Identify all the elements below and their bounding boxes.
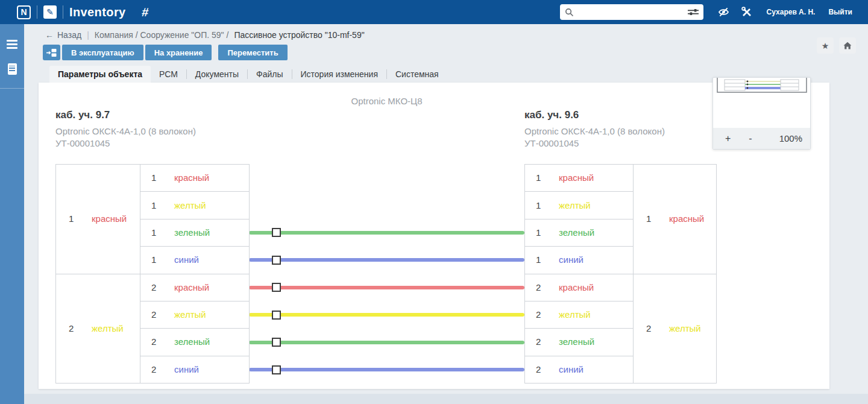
divider: [63, 5, 63, 19]
fiber-cell[interactable]: 1зеленый: [140, 219, 250, 246]
fiber-color-label: зеленый: [559, 227, 594, 238]
content-panel: Optronic МКО-Ц8 каб. уч. 9.7 Optronic ОК…: [39, 83, 829, 389]
top-bar: N ✎ Inventory # Сухарев А. Н. Выйти: [0, 0, 868, 24]
fiber-group-cell[interactable]: 2желтый: [56, 274, 140, 383]
fiber-cell[interactable]: 1красный: [140, 165, 250, 192]
to-storage-button[interactable]: На хранение: [145, 45, 212, 60]
divider: [37, 5, 37, 19]
fiber-cell[interactable]: 2синий: [140, 356, 250, 383]
group-color-label: желтый: [92, 323, 124, 333]
fiber-cell[interactable]: 2желтый: [140, 301, 250, 328]
fiber-cell[interactable]: 1синий: [525, 247, 634, 274]
arrow-into-boxes-icon: [46, 48, 57, 57]
splice-marker[interactable]: [272, 228, 281, 237]
hide-eye-icon[interactable]: [718, 7, 729, 17]
fiber-number: 1: [536, 172, 543, 183]
fiber-color-label: зеленый: [559, 336, 594, 347]
fiber-number: 2: [151, 282, 159, 292]
breadcrumb-path[interactable]: Компания / Сооружение "ОП. 59" /: [95, 30, 229, 40]
search-icon: [565, 8, 574, 17]
actions-row: В эксплуатацию На хранение Переместить: [43, 45, 288, 60]
fiber-cell[interactable]: 2желтый: [525, 301, 634, 328]
fiber-group-cell[interactable]: 2желтый: [634, 274, 717, 383]
menu-hamburger-icon[interactable]: [7, 40, 17, 49]
fiber-cell[interactable]: 2зеленый: [140, 329, 250, 356]
to-operation-button[interactable]: В эксплуатацию: [62, 45, 143, 60]
fiber-color-label: желтый: [174, 200, 206, 210]
place-into-rack-button[interactable]: [43, 45, 60, 60]
tab-documents[interactable]: Документы: [187, 66, 247, 83]
breadcrumb-separator: |: [87, 30, 89, 40]
connection-line[interactable]: [249, 341, 524, 344]
fiber-color-label: красный: [559, 172, 594, 183]
tools-icon[interactable]: [741, 7, 752, 17]
connection-line[interactable]: [249, 258, 524, 262]
fiber-color-label: красный: [559, 282, 594, 292]
group-number: 2: [69, 323, 76, 333]
tab-change-history[interactable]: История изменения: [292, 66, 386, 83]
fiber-color-label: синий: [559, 364, 583, 374]
group-number: 2: [646, 323, 653, 333]
fiber-cell[interactable]: 2красный: [525, 274, 634, 301]
fiber-number: 2: [536, 364, 543, 374]
breadcrumb: ←Назад | Компания / Сооружение "ОП. 59" …: [45, 30, 365, 40]
connection-line[interactable]: [249, 313, 524, 317]
search-box[interactable]: [560, 4, 703, 20]
back-label: Назад: [57, 30, 81, 40]
bottom-strip: [24, 394, 868, 404]
move-button[interactable]: Переместить: [218, 45, 287, 60]
tab-system[interactable]: Системная: [387, 66, 447, 83]
home-icon[interactable]: [839, 37, 856, 54]
fiber-number: 1: [151, 254, 159, 265]
fiber-number: 1: [151, 227, 159, 238]
fiber-cell[interactable]: 1синий: [140, 247, 250, 274]
fiber-color-label: синий: [559, 254, 583, 265]
filter-sliders-icon[interactable]: [688, 8, 699, 16]
corner-buttons: ★: [817, 37, 856, 54]
fiber-group-cell[interactable]: 1красный: [634, 165, 717, 274]
fiber-cell[interactable]: 1желтый: [140, 192, 250, 219]
pencil-icon[interactable]: ✎: [43, 5, 57, 19]
zoom-level: 100%: [779, 133, 802, 144]
fiber-cell[interactable]: 2зеленый: [525, 329, 634, 356]
document-list-icon[interactable]: [8, 63, 17, 75]
right-fiber-table: 1красный1красный1желтый1зеленый1синий2кр…: [524, 164, 717, 383]
search-input[interactable]: [577, 8, 688, 17]
tab-pcm[interactable]: РСМ: [151, 66, 186, 83]
fiber-number: 1: [536, 254, 543, 265]
hash-icon[interactable]: #: [140, 5, 149, 19]
group-color-label: красный: [669, 213, 704, 224]
fiber-cell[interactable]: 1красный: [525, 165, 634, 192]
tab-files[interactable]: Файлы: [248, 66, 291, 83]
connection-line[interactable]: [249, 231, 524, 235]
fiber-number: 2: [151, 364, 159, 374]
user-name[interactable]: Сухарев А. Н.: [767, 8, 816, 16]
group-color-label: желтый: [669, 323, 701, 333]
fiber-cell[interactable]: 2красный: [140, 274, 250, 301]
fiber-number: 1: [151, 172, 159, 183]
splice-marker[interactable]: [272, 256, 281, 265]
fiber-group-cell[interactable]: 1красный: [56, 165, 140, 274]
splice-marker[interactable]: [272, 283, 281, 292]
fiber-row: 1красный1красный: [525, 165, 717, 192]
right-cable-model: Optronic ОКСК-4А-1,0 (8 волокон): [524, 125, 665, 137]
n-logo-icon[interactable]: N: [17, 5, 31, 19]
back-link[interactable]: ←Назад: [45, 30, 81, 40]
fiber-number: 2: [536, 309, 543, 320]
connection-line[interactable]: [249, 368, 524, 371]
minimap[interactable]: [713, 78, 810, 95]
fiber-cell[interactable]: 1желтый: [525, 192, 634, 219]
logout-button[interactable]: Выйти: [828, 8, 852, 16]
zoom-out-button[interactable]: -: [749, 133, 752, 144]
tab-object-parameters[interactable]: Параметры объекта: [49, 66, 151, 83]
splice-marker[interactable]: [272, 365, 281, 374]
connection-line[interactable]: [249, 286, 524, 289]
zoom-in-button[interactable]: +: [725, 133, 731, 144]
favorite-star-icon[interactable]: ★: [817, 37, 834, 54]
fiber-cell[interactable]: 2синий: [525, 356, 634, 383]
splice-marker[interactable]: [272, 338, 281, 347]
splice-marker[interactable]: [272, 311, 281, 320]
left-cable-name: каб. уч. 9.7: [55, 109, 196, 121]
fiber-cell[interactable]: 1зеленый: [525, 219, 634, 246]
left-fiber-table: 1красный1красный1желтый1зеленый1синий2же…: [55, 164, 250, 383]
